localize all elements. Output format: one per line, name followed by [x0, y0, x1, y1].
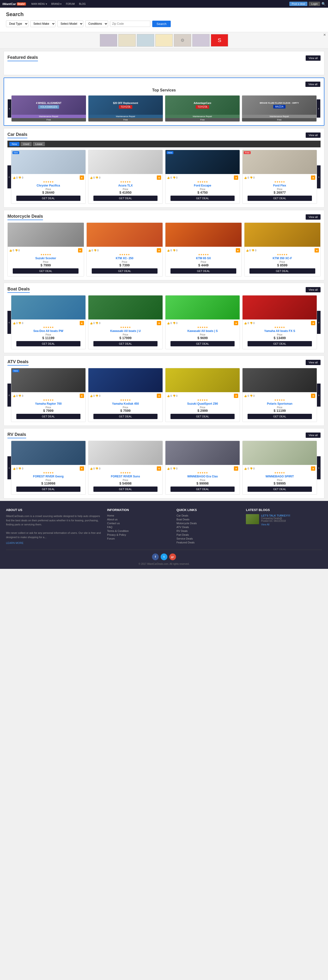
blog-view-all-link[interactable]: View All [261, 523, 290, 526]
footer-quick-service-deals[interactable]: Service Deals [177, 537, 240, 540]
rv-fav-button-3[interactable]: ★ [234, 466, 238, 471]
model-select[interactable]: Select Model [57, 21, 83, 27]
car-fav-button-4[interactable]: ★ [311, 175, 315, 180]
boat-fav-button-1[interactable]: ★ [80, 321, 84, 325]
footer-link-privacy[interactable]: Privacy & Policy [107, 533, 170, 536]
footer-quick-atv-deals[interactable]: ATV Deals [177, 526, 240, 528]
ad-item-4[interactable] [155, 34, 173, 46]
moto-get-deal-button-1[interactable]: GET DEAL [13, 268, 78, 274]
car-fav-button-2[interactable]: ★ [157, 175, 161, 180]
top-services-view-all-button[interactable]: View all [306, 82, 320, 87]
services-prev-button[interactable]: ‹ [8, 99, 11, 118]
ad-item-3[interactable] [137, 34, 154, 46]
car-get-deal-button-4[interactable]: GET DEAL [248, 196, 312, 201]
footer-link-contact[interactable]: Contact us [107, 522, 170, 525]
rv-deals-prev-button[interactable]: ‹ [8, 456, 11, 479]
nav-main-menu[interactable]: MAIN MENU ▾ [30, 2, 49, 6]
atv-deals-prev-button[interactable]: ‹ [8, 383, 11, 407]
ad-item-7[interactable]: S [211, 34, 228, 46]
boat-fav-button-4[interactable]: ★ [311, 321, 315, 325]
rv-deals-next-button[interactable]: › [317, 456, 320, 479]
atv-fav-button-2[interactable]: ★ [157, 394, 161, 398]
rv-get-deal-button-3[interactable]: GET DEAL [170, 487, 235, 492]
ad-item-2[interactable] [118, 34, 136, 46]
rv-deals-view-all-button[interactable]: View all [306, 433, 320, 438]
car-fav-button-3[interactable]: ★ [234, 175, 238, 180]
atv-get-deal-button-4[interactable]: GET DEAL [248, 414, 312, 419]
rv-get-deal-button-1[interactable]: GET DEAL [16, 487, 80, 492]
boat-get-deal-button-3[interactable]: GET DEAL [170, 341, 235, 346]
tab-used[interactable]: Used [21, 142, 32, 146]
ad-item-1[interactable] [100, 34, 117, 46]
car-deals-prev-button[interactable]: ‹ [8, 165, 11, 188]
footer-quick-part-deals[interactable]: Part Deals [177, 533, 240, 536]
footer-learn-more-link[interactable]: LEARN MORE [6, 541, 101, 544]
nav-brand[interactable]: BRAND ▾ [49, 2, 64, 6]
atv-fav-button-4[interactable]: ★ [311, 394, 315, 398]
social-twitter-button[interactable]: t [161, 554, 167, 560]
atv-get-deal-button-3[interactable]: GET DEAL [170, 414, 235, 419]
ad-item-6[interactable] [192, 34, 210, 46]
footer-quick-featured-deals[interactable]: Featured Deals [177, 541, 240, 544]
moto-get-deal-button-2[interactable]: GET DEAL [92, 268, 158, 274]
rv-fav-button-4[interactable]: ★ [311, 466, 315, 471]
atv-get-deal-button-1[interactable]: GET DEAL [16, 414, 80, 419]
moto-fav-button-1[interactable]: ★ [78, 248, 82, 253]
search-button[interactable]: Search [152, 21, 171, 27]
rv-get-deal-button-4[interactable]: GET DEAL [248, 487, 312, 492]
boat-get-deal-button-1[interactable]: GET DEAL [16, 341, 80, 346]
nav-blog[interactable]: BLOG [77, 2, 88, 6]
moto-get-deal-button-3[interactable]: GET DEAL [170, 268, 236, 274]
rv-fav-button-2[interactable]: ★ [157, 466, 161, 471]
boat-get-deal-button-2[interactable]: GET DEAL [93, 341, 158, 346]
moto-fav-button-2[interactable]: ★ [157, 248, 161, 253]
moto-fav-button-4[interactable]: ★ [315, 248, 319, 253]
boat-deals-view-all-button[interactable]: View all [306, 287, 320, 292]
featured-deals-view-all-button[interactable]: View all [306, 56, 320, 61]
footer-link-about[interactable]: About us [107, 518, 170, 521]
atv-get-deal-button-2[interactable]: GET DEAL [93, 414, 158, 419]
footer-quick-car-deals[interactable]: Car Deals [177, 514, 240, 517]
car-get-deal-button-1[interactable]: GET DEAL [16, 196, 80, 201]
boat-deals-prev-button[interactable]: ‹ [8, 311, 11, 334]
post-deal-button[interactable]: Post a deal [289, 2, 307, 6]
footer-link-terms[interactable]: Terms & Condition [107, 530, 170, 532]
login-button[interactable]: Login [309, 2, 320, 6]
deal-type-select[interactable]: Deal Type [6, 21, 28, 27]
services-next-button[interactable]: › [317, 99, 320, 118]
atv-fav-button-3[interactable]: ★ [234, 394, 238, 398]
rv-fav-button-1[interactable]: ★ [80, 466, 84, 471]
moto-fav-button-3[interactable]: ★ [236, 248, 240, 253]
boat-fav-button-3[interactable]: ★ [234, 321, 238, 325]
moto-get-deal-button-4[interactable]: GET DEAL [250, 268, 315, 274]
car-get-deal-button-3[interactable]: GET DEAL [170, 196, 235, 201]
footer-quick-motorcycle-deals[interactable]: Motorcycle Deals [177, 522, 240, 525]
car-get-deal-button-2[interactable]: GET DEAL [93, 196, 158, 201]
zip-input[interactable] [110, 21, 150, 27]
atv-deals-view-all-button[interactable]: View all [306, 360, 320, 365]
footer-quick-rv-deals[interactable]: RV Deals [177, 530, 240, 532]
boat-deals-next-button[interactable]: › [317, 311, 320, 334]
boat-fav-button-2[interactable]: ★ [157, 321, 161, 325]
motorcycle-deals-view-all-button[interactable]: View all [306, 214, 320, 220]
atv-deals-next-button[interactable]: › [317, 383, 320, 407]
conditions-select[interactable]: Conditions [85, 21, 108, 27]
make-select[interactable]: Select Make [30, 21, 56, 27]
tab-lease[interactable]: Lease [33, 142, 45, 146]
car-fav-button-1[interactable]: ★ [80, 175, 84, 180]
social-googleplus-button[interactable]: g+ [169, 554, 176, 560]
car-deals-next-button[interactable]: › [317, 165, 320, 188]
rv-get-deal-button-2[interactable]: GET DEAL [93, 487, 158, 492]
footer-quick-boat-deals[interactable]: Boat Deals [177, 518, 240, 521]
social-facebook-button[interactable]: f [152, 554, 159, 560]
logo[interactable]: iWantCar Deals! [2, 2, 26, 6]
footer-link-forum[interactable]: Forum [107, 537, 170, 540]
footer-link-home[interactable]: Home [107, 514, 170, 517]
tab-new[interactable]: New [10, 142, 19, 146]
atv-fav-button-1[interactable]: ★ [80, 394, 84, 398]
car-deals-view-all-button[interactable]: View all [306, 132, 320, 138]
ad-close-button[interactable]: ✕ [323, 33, 326, 37]
boat-get-deal-button-4[interactable]: GET DEAL [248, 341, 312, 346]
header-search-icon[interactable]: 🔍 [322, 2, 326, 6]
footer-link-faq[interactable]: FAQ [107, 526, 170, 528]
